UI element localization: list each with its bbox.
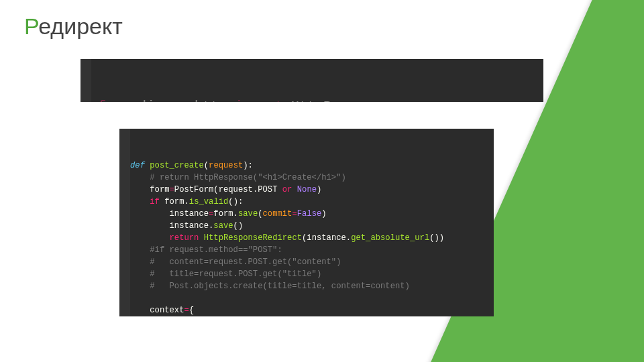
kw-if: if <box>150 197 160 206</box>
code-text: HttpResponse <box>283 99 388 102</box>
code-text: form <box>150 185 169 194</box>
code-block-view: def post_create(request): # return HttpR… <box>119 129 494 316</box>
kw-return: return <box>170 233 199 243</box>
fn-call: save <box>238 209 258 219</box>
code-text: form. <box>164 197 189 206</box>
kw-from: from <box>98 99 130 102</box>
code-block-imports: from django.http import HttpResponse fro… <box>80 59 543 102</box>
const-false: False <box>297 209 322 219</box>
title-rest: едирект <box>38 13 123 39</box>
arg: request <box>209 161 243 170</box>
fn-call: is_valid <box>189 197 229 206</box>
kwarg: commit <box>263 209 292 219</box>
code-gutter <box>80 59 91 102</box>
title-accent: Р <box>24 13 38 39</box>
comment: # Post.objects.create(title=title, conte… <box>150 282 410 291</box>
code-text: instance <box>170 209 209 219</box>
code-gutter <box>119 129 130 316</box>
const-none: None <box>297 185 317 194</box>
slide-title: Редирект <box>24 13 123 40</box>
code-text: instance. <box>307 233 351 243</box>
class-name: HttpResponseRedirect <box>204 233 302 243</box>
comment: # return HttpResponse("<h1>Create</h1>") <box>150 173 346 182</box>
code-text: instance. <box>170 221 214 231</box>
code-text: django.http <box>130 99 235 102</box>
comment: #if request.method=="POST": <box>150 245 282 255</box>
kw-or: or <box>282 185 292 194</box>
fn-name: post_create <box>150 161 203 170</box>
code-text: form. <box>213 209 238 219</box>
kw-def: def <box>130 161 145 170</box>
fn-call: get_absolute_url <box>351 233 429 243</box>
code-text: context <box>150 306 184 315</box>
code-text: PostForm(request.POST <box>174 185 278 194</box>
comment: # title=request.POST.get("title") <box>150 269 321 279</box>
slide: Редирект from django.http import HttpRes… <box>0 0 644 362</box>
comment: # content=request.POST.get("content") <box>150 257 341 267</box>
kw-import: import <box>235 99 283 102</box>
fn-call: save <box>213 221 233 231</box>
